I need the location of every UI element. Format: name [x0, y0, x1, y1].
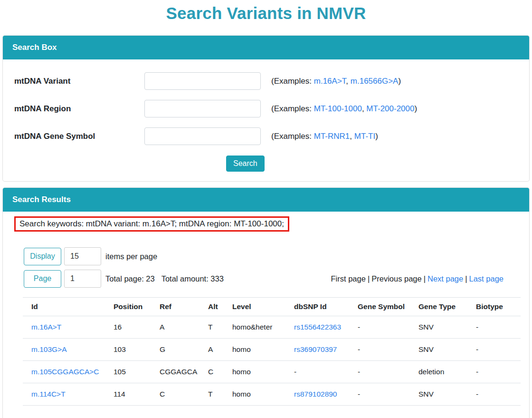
dbsnp-link[interactable]: rs1556422363 — [294, 323, 341, 331]
cell-gene-symbol: - — [349, 383, 410, 406]
col-header-gene-symbol: Gene Symbol — [349, 298, 410, 316]
cell-biotype: - — [467, 383, 521, 406]
cell-gene-symbol: - — [349, 361, 410, 383]
cell-dbsnp: - — [285, 361, 349, 383]
page-number-input[interactable] — [64, 270, 101, 288]
pagination-separator: | — [424, 274, 426, 283]
example-region-link-2[interactable]: MT-200-2000 — [366, 104, 414, 113]
search-button[interactable]: Search — [226, 156, 265, 172]
mtdna-region-input[interactable] — [144, 100, 261, 117]
cell-gene-type: deletion — [410, 361, 467, 383]
example-variant-link-2[interactable]: m.16566G>A — [351, 77, 399, 86]
cell-gene-type: SNV — [410, 339, 467, 361]
cell-gene-type: SNV — [410, 316, 467, 339]
display-button[interactable]: Display — [24, 248, 61, 265]
items-per-page-input[interactable] — [64, 247, 101, 265]
mtdna-gene-symbol-label: mtDNA Gene Symbol — [14, 132, 144, 141]
examples-separator: , — [346, 77, 348, 86]
cell-alt: T — [200, 316, 224, 339]
page-button[interactable]: Page — [24, 270, 61, 288]
search-results-header: Search Results — [3, 188, 529, 212]
mtdna-gene-symbol-examples: (Examples: MT-RNR1, MT-TI) — [271, 132, 378, 141]
cell-ref: A — [151, 316, 200, 339]
form-row-mtdna-region: mtDNA Region (Examples: MT-100-1000, MT-… — [14, 100, 518, 117]
examples-separator: , — [362, 104, 364, 113]
example-gene-link-1[interactable]: MT-RNR1 — [314, 132, 350, 141]
variant-id-link[interactable]: m.16A>T — [31, 323, 61, 331]
examples-prefix: (Examples: — [271, 104, 312, 113]
pagination: First page|Previous page|Next page|Last … — [331, 274, 504, 283]
cell-ref: CGGAGCA — [151, 361, 200, 383]
cell-gene-type: SNV — [410, 383, 467, 406]
display-row: Display items per page — [24, 247, 518, 265]
cell-position: 16 — [105, 316, 151, 339]
examples-suffix: ) — [414, 104, 417, 113]
cell-ref: G — [151, 339, 200, 361]
col-header-level: Level — [224, 298, 285, 316]
col-header-dbsnp-id: dbSNP Id — [285, 298, 349, 316]
cell-biotype: - — [467, 316, 521, 339]
mtdna-gene-symbol-input[interactable] — [144, 127, 261, 145]
cell-dbsnp: rs1556422363 — [285, 316, 349, 339]
form-row-mtdna-variant: mtDNA Variant (Examples: m.16A>T, m.1656… — [14, 72, 518, 90]
example-region-link-1[interactable]: MT-100-1000 — [314, 104, 362, 113]
mtdna-variant-label: mtDNA Variant — [14, 77, 144, 86]
examples-prefix: (Examples: — [271, 77, 312, 86]
mtdna-variant-examples: (Examples: m.16A>T, m.16566G>A) — [271, 77, 401, 86]
cell-dbsnp: rs369070397 — [285, 339, 349, 361]
next-page-link[interactable]: Next page — [428, 274, 463, 283]
cell-ref: C — [151, 383, 200, 406]
dbsnp-link[interactable]: rs369070397 — [294, 345, 337, 353]
variant-id-link[interactable]: m.103G>A — [31, 345, 67, 353]
cell-id: m.105CGGAGCA>C — [23, 361, 105, 383]
mtdna-region-examples: (Examples: MT-100-1000, MT-200-2000) — [271, 104, 417, 114]
dbsnp-link[interactable]: rs879102890 — [294, 390, 337, 398]
last-page-link[interactable]: Last page — [469, 274, 504, 283]
search-keywords-box: Search keywords: mtDNA variant: m.16A>T;… — [14, 216, 289, 232]
col-header-gene-type: Gene Type — [410, 298, 467, 316]
cell-biotype: - — [467, 339, 521, 361]
items-per-page-label: items per page — [105, 252, 157, 261]
examples-suffix: ) — [375, 132, 378, 141]
cell-gene-symbol: - — [349, 339, 410, 361]
examples-separator: , — [350, 132, 352, 141]
examples-suffix: ) — [398, 77, 401, 86]
form-row-mtdna-gene-symbol: mtDNA Gene Symbol (Examples: MT-RNR1, MT… — [14, 127, 518, 145]
cell-id: m.16A>T — [23, 316, 105, 339]
table-row: m.103G>A 103 G A homo rs369070397 - SNV … — [23, 339, 521, 361]
page-row: Page Total page: 23 Total amount: 333 Fi… — [24, 270, 518, 288]
cell-dbsnp: rs879102890 — [285, 383, 349, 406]
result-controls: Display items per page Page Total page: … — [24, 247, 518, 288]
cell-alt: C — [200, 361, 224, 383]
cell-id: m.103G>A — [23, 339, 105, 361]
variant-id-link[interactable]: m.105CGGAGCA>C — [31, 368, 99, 376]
cell-gene-symbol: - — [349, 316, 410, 339]
cell-level: homo — [224, 383, 285, 406]
examples-prefix: (Examples: — [271, 132, 312, 141]
cell-alt: A — [200, 339, 224, 361]
col-header-ref: Ref — [151, 298, 200, 316]
table-row: m.105CGGAGCA>C 105 CGGAGCA C homo - - de… — [23, 361, 521, 383]
cell-biotype: - — [467, 361, 521, 383]
previous-page-link[interactable]: Previous page — [371, 274, 422, 283]
search-results-body: Search keywords: mtDNA variant: m.16A>T;… — [3, 212, 529, 406]
mtdna-variant-input[interactable] — [144, 72, 261, 90]
example-variant-link-1[interactable]: m.16A>T — [314, 77, 346, 86]
col-header-biotype: Biotype — [467, 298, 521, 316]
cell-position: 114 — [105, 383, 151, 406]
col-header-alt: Alt — [200, 298, 224, 316]
first-page-link[interactable]: First page — [331, 274, 366, 283]
cell-alt: T — [200, 383, 224, 406]
table-row: m.114C>T 114 C T homo rs879102890 - SNV … — [23, 383, 521, 406]
search-box-header: Search Box — [3, 36, 529, 59]
search-box-panel: Search Box mtDNA Variant (Examples: m.16… — [2, 35, 530, 182]
table-row: m.16A>T 16 A T homo&heter rs1556422363 -… — [23, 316, 521, 339]
total-page-text: Total page: 23 — [105, 274, 155, 283]
total-amount-text: Total amount: 333 — [162, 274, 224, 283]
results-table: Id Position Ref Alt Level dbSNP Id Gene … — [23, 297, 521, 406]
cell-position: 105 — [105, 361, 151, 383]
variant-id-link[interactable]: m.114C>T — [31, 390, 66, 398]
example-gene-link-2[interactable]: MT-TI — [354, 132, 375, 141]
search-box-body: mtDNA Variant (Examples: m.16A>T, m.1656… — [3, 59, 529, 181]
cell-level: homo — [224, 339, 285, 361]
